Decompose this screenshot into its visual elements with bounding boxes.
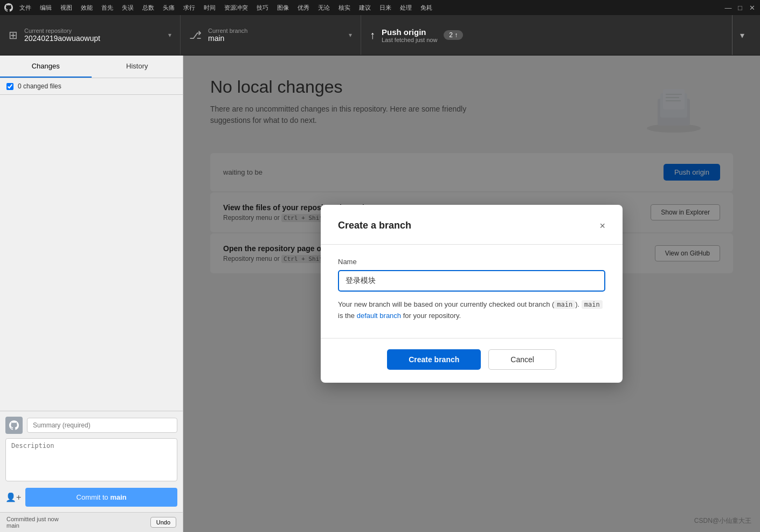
maximize-button[interactable]: □ [736,4,744,11]
menu-extra1[interactable]: 总数 [142,4,154,12]
menu-extra11[interactable]: 建议 [359,4,371,12]
branch-label: Current branch [208,27,338,34]
menu-extra10[interactable]: 核实 [338,4,350,12]
cancel-button[interactable]: Cancel [488,349,556,370]
branch-name-input[interactable] [338,270,605,292]
commit-description-input[interactable] [5,438,177,481]
menu-extra2[interactable]: 头痛 [163,4,175,12]
commit-button[interactable]: Commit to main [25,488,177,507]
modal-overlay: Create a branch × Name Your new branch w… [183,56,760,532]
menu-extra9[interactable]: 无论 [318,4,330,12]
select-all-checkbox[interactable] [6,83,13,90]
menu-view[interactable]: 视图 [60,4,72,12]
menu-extra3[interactable]: 求行 [183,4,195,12]
menu-edit[interactable]: 编辑 [40,4,52,12]
menu-file[interactable]: 文件 [19,4,31,12]
push-icon: ↑ [370,29,375,42]
title-bar: 文件 编辑 视图 效能 首先 失误 总数 头痛 求行 时间 资源冲突 技巧 图像… [0,0,760,15]
branch-dropdown-arrow[interactable]: ▾ [349,31,352,39]
menu-extra8[interactable]: 优秀 [298,4,309,12]
current-branch-section[interactable]: ⎇ Current branch main ▾ [181,15,361,55]
tab-changes[interactable]: Changes [0,56,92,78]
push-sublabel: Last fetched just now [382,37,437,43]
content-area: No local changes There are no uncommitte… [183,56,760,532]
commit-btn-branch: main [110,493,126,501]
sidebar-file-list [0,95,183,411]
push-origin-button[interactable]: ↑ Push origin Last fetched just now 2 ↑ [370,27,726,43]
sidebar-tabs: Changes History [0,56,183,78]
menu-extra12[interactable]: 日来 [379,4,391,12]
github-icon [4,3,13,12]
modal-title: Create a branch [338,220,411,231]
hint-branch-1: main [554,300,575,309]
push-label: Push origin [382,27,437,37]
modal-name-label: Name [338,258,605,266]
branch-name: main [208,34,338,43]
menu-extra4[interactable]: 时间 [204,4,216,12]
close-button[interactable]: ✕ [748,4,756,11]
commit-area: 👤+ Commit to main [0,411,183,512]
menu-branch[interactable]: 首先 [101,4,113,12]
modal-divider-bottom [321,338,623,338]
commit-avatar [5,417,23,434]
push-text: Push origin Last fetched just now [382,27,437,43]
hint-text-2: ). [575,300,582,308]
committed-bar: Committed just now main Undo [0,512,183,532]
hint-text-1: Your new branch will be based on your cu… [338,300,554,308]
title-bar-controls[interactable]: — □ ✕ [724,4,756,11]
branch-icon: ⎇ [189,29,202,42]
create-branch-button[interactable]: Create branch [387,349,481,370]
changed-files-count: 0 changed files [18,82,61,90]
main-layout: Changes History 0 changed files 👤+ Com [0,56,760,532]
tab-history[interactable]: History [92,56,183,78]
modal-close-button[interactable]: × [599,221,605,231]
toolbar: ⊞ Current repository 20240219aowuaowupt … [0,15,760,56]
menu-extra13[interactable]: 处理 [400,4,412,12]
undo-button[interactable]: Undo [150,517,176,528]
hint-branch-2: main [582,300,603,309]
repo-name: 20240219aowuaowupt [24,34,157,43]
current-repository-section[interactable]: ⊞ Current repository 20240219aowuaowupt … [0,15,181,55]
push-badge: 2 ↑ [444,30,463,40]
co-author-button[interactable]: 👤+ [5,492,21,502]
repo-text: Current repository 20240219aowuaowupt [24,27,157,43]
repo-dropdown-arrow[interactable]: ▾ [168,31,171,39]
repo-icon: ⊞ [9,29,18,42]
hint-text-3: is the [338,312,357,320]
menu-extra5[interactable]: 资源冲突 [224,4,248,12]
push-origin-toolbar-section: ↑ Push origin Last fetched just now 2 ↑ … [361,15,760,55]
commit-footer: 👤+ Commit to main [5,488,177,507]
minimize-button[interactable]: — [724,4,732,11]
menu-extra7[interactable]: 图像 [277,4,289,12]
default-branch-link[interactable]: default branch [357,312,401,320]
modal-header: Create a branch × [338,220,605,231]
branch-text: Current branch main [208,27,338,43]
committed-branch: main [6,522,19,529]
commit-summary-row [5,417,177,434]
committed-info: Committed just now main [6,516,59,529]
repo-label: Current repository [24,27,157,34]
push-dropdown-arrow[interactable]: ▾ [732,15,751,55]
modal-divider-top [321,244,623,245]
menu-repo[interactable]: 效能 [81,4,93,12]
menu-help[interactable]: 失误 [122,4,134,12]
modal-actions: Create branch Cancel [338,349,605,370]
modal-hint: Your new branch will be based on your cu… [338,299,605,322]
hint-text-4: for your repository. [401,312,461,320]
create-branch-modal: Create a branch × Name Your new branch w… [321,205,623,383]
sidebar: Changes History 0 changed files 👤+ Com [0,56,183,532]
committed-text: Committed just now [6,516,59,522]
commit-summary-input[interactable] [27,418,177,433]
title-bar-menu[interactable]: 文件 编辑 视图 效能 首先 失误 总数 头痛 求行 时间 资源冲突 技巧 图像… [19,4,432,12]
menu-extra14[interactable]: 免耗 [420,4,432,12]
title-bar-left: 文件 编辑 视图 效能 首先 失误 总数 头痛 求行 时间 资源冲突 技巧 图像… [4,3,432,12]
commit-btn-label: Commit to [77,493,108,501]
menu-extra6[interactable]: 技巧 [257,4,268,12]
changed-files-bar: 0 changed files [0,78,183,95]
